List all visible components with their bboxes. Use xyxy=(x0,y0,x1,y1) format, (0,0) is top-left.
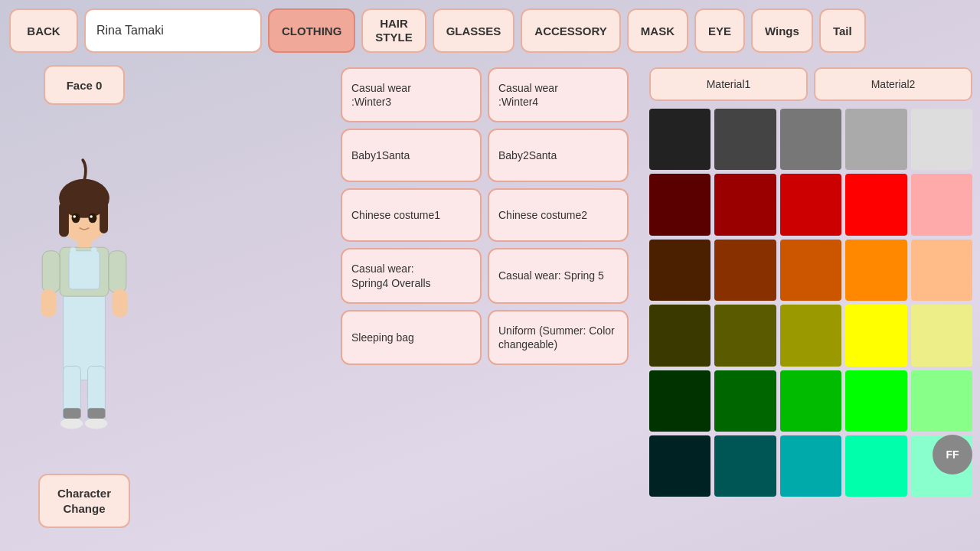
color-swatch-14[interactable] xyxy=(911,240,972,301)
color-swatch-7[interactable] xyxy=(780,174,841,235)
clothing-row: Sleeping bag Uniform (Summer: Color chan… xyxy=(341,310,629,365)
color-swatch-1[interactable] xyxy=(714,109,776,170)
color-swatch-10[interactable] xyxy=(649,240,710,301)
tab-mask[interactable]: MASK xyxy=(627,8,688,53)
svg-rect-22 xyxy=(64,408,81,419)
svg-point-14 xyxy=(72,213,80,223)
clothing-item-spring5[interactable]: Casual wear: Spring 5 xyxy=(488,248,629,303)
clothing-item-uniform-summer[interactable]: Uniform (Summer: Color changeable) xyxy=(488,310,629,365)
tab-tail[interactable]: Tail xyxy=(819,8,866,53)
clothing-item-casual-winter3[interactable]: Casual wear:Winter3 xyxy=(341,67,482,122)
svg-point-4 xyxy=(85,418,107,429)
back-button[interactable]: BACK xyxy=(9,8,78,53)
color-swatch-23[interactable] xyxy=(845,370,906,432)
svg-point-16 xyxy=(73,215,76,218)
svg-point-3 xyxy=(60,418,83,429)
left-panel: Face 0 xyxy=(8,65,161,543)
material-tabs: Material1 Material2 xyxy=(649,67,972,101)
svg-rect-21 xyxy=(113,289,128,318)
color-grid xyxy=(649,109,972,497)
svg-rect-7 xyxy=(70,247,76,268)
color-swatch-17[interactable] xyxy=(780,305,841,366)
color-swatch-25[interactable] xyxy=(649,435,710,497)
color-swatch-12[interactable] xyxy=(780,240,841,301)
character-area xyxy=(15,114,153,465)
color-swatch-0[interactable] xyxy=(649,109,710,170)
color-swatch-4[interactable] xyxy=(911,109,972,170)
tab-glasses[interactable]: GLASSES xyxy=(433,8,515,53)
color-swatch-26[interactable] xyxy=(714,435,776,497)
character-name-input[interactable] xyxy=(84,8,262,53)
tab-hairstyle[interactable]: HAIRSTYLE xyxy=(361,8,426,53)
top-nav: BACK CLOTHING HAIRSTYLE GLASSES ACCESSOR… xyxy=(0,0,980,61)
clothing-item-casual-winter4[interactable]: Casual wear:Winter4 xyxy=(488,67,629,122)
clothing-item-sleeping-bag[interactable]: Sleeping bag xyxy=(341,310,482,365)
color-swatch-28[interactable] xyxy=(845,435,906,497)
color-swatch-13[interactable] xyxy=(845,240,906,301)
color-swatch-22[interactable] xyxy=(780,370,841,432)
tab-wings[interactable]: Wings xyxy=(751,8,813,53)
color-swatch-11[interactable] xyxy=(714,240,776,301)
color-swatch-5[interactable] xyxy=(649,174,710,235)
color-swatch-21[interactable] xyxy=(714,370,776,432)
color-swatch-20[interactable] xyxy=(649,370,710,432)
clothing-item-baby2santa[interactable]: Baby2Santa xyxy=(488,129,629,182)
color-swatch-19[interactable] xyxy=(911,305,972,366)
color-swatch-6[interactable] xyxy=(714,174,776,235)
color-swatch-24[interactable] xyxy=(911,370,972,432)
color-swatch-2[interactable] xyxy=(780,109,841,170)
svg-rect-23 xyxy=(88,408,106,419)
clothing-list: Casual wear:Winter3 Casual wear:Winter4 … xyxy=(341,67,632,543)
color-swatch-16[interactable] xyxy=(714,305,776,366)
color-swatch-15[interactable] xyxy=(649,305,710,366)
clothing-row: Casual wear:Winter3 Casual wear:Winter4 xyxy=(341,67,629,122)
color-swatch-8[interactable] xyxy=(845,174,906,235)
clothing-item-spring4-overalls[interactable]: Casual wear:Spring4 Overalls xyxy=(341,248,482,303)
character-change-button[interactable]: CharacterChange xyxy=(38,474,130,528)
ff-button[interactable]: FF xyxy=(933,435,972,474)
clothing-item-chinese-costume2[interactable]: Chinese costume2 xyxy=(488,188,629,242)
svg-rect-18 xyxy=(42,251,60,293)
color-swatch-27[interactable] xyxy=(780,435,841,497)
color-swatch-3[interactable] xyxy=(845,109,906,170)
clothing-item-chinese-costume1[interactable]: Chinese costume1 xyxy=(341,188,482,242)
color-swatch-18[interactable] xyxy=(845,305,906,366)
clothing-row: Baby1Santa Baby2Santa xyxy=(341,129,629,182)
tab-clothing[interactable]: CLOTHING xyxy=(268,8,355,53)
svg-rect-0 xyxy=(64,282,106,380)
svg-rect-20 xyxy=(109,251,126,293)
material1-tab[interactable]: Material1 xyxy=(649,67,808,101)
svg-point-17 xyxy=(90,215,93,218)
material2-tab[interactable]: Material2 xyxy=(814,67,972,101)
svg-rect-8 xyxy=(91,247,96,268)
color-swatch-9[interactable] xyxy=(911,174,972,235)
face-button[interactable]: Face 0 xyxy=(44,65,126,105)
svg-point-15 xyxy=(88,213,96,223)
clothing-row: Chinese costume1 Chinese costume2 xyxy=(341,188,629,242)
svg-rect-12 xyxy=(59,202,69,237)
svg-rect-19 xyxy=(41,289,56,318)
tab-accessory[interactable]: ACCESSORY xyxy=(521,8,620,53)
color-panel: Material1 Material2 xyxy=(649,67,972,543)
clothing-row: Casual wear:Spring4 Overalls Casual wear… xyxy=(341,248,629,303)
clothing-item-baby1santa[interactable]: Baby1Santa xyxy=(341,129,482,182)
tab-eye[interactable]: EYE xyxy=(694,8,745,53)
svg-rect-13 xyxy=(100,202,108,233)
character-preview xyxy=(15,129,153,450)
